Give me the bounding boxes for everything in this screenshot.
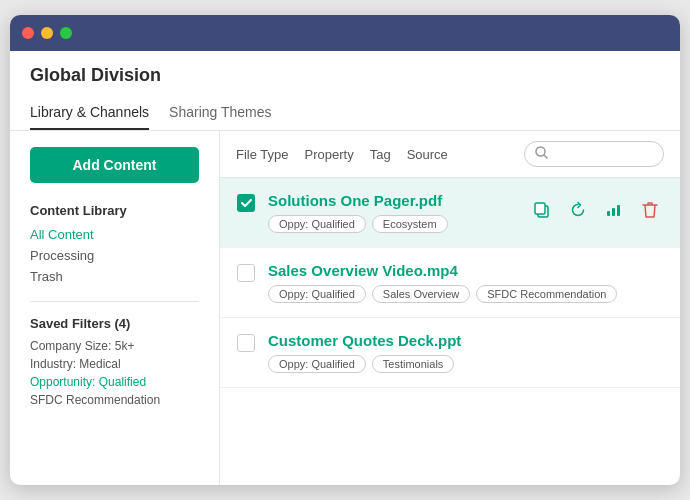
refresh-icon[interactable] [564,196,592,224]
saved-filters-title: Saved Filters (4) [30,316,199,331]
item-info-2: Sales Overview Video.mp4 Oppy: Qualified… [268,262,664,303]
item-title-1[interactable]: Solutions One Pager.pdf [268,192,516,209]
sidebar-divider [30,301,199,302]
sidebar-item-processing[interactable]: Processing [30,245,199,266]
search-input[interactable] [554,147,653,162]
page-title: Global Division [30,65,660,86]
tag-pill[interactable]: Oppy: Qualified [268,355,366,373]
tag-pill[interactable]: Ecosystem [372,215,448,233]
tags-row-1: Oppy: Qualified Ecosystem [268,215,516,233]
search-icon [535,146,548,162]
close-button[interactable] [22,27,34,39]
filter-opportunity[interactable]: Opportunity: Qualified [30,373,199,391]
svg-rect-4 [607,211,610,216]
filter-bar: File Type Property Tag Source [220,131,680,178]
add-content-button[interactable]: Add Content [30,147,199,183]
list-item: Customer Quotes Deck.ppt Oppy: Qualified… [220,318,680,388]
app-body: Global Division Library & Channels Shari… [10,51,680,485]
tab-sharing-themes[interactable]: Sharing Themes [169,96,271,130]
content-library-title: Content Library [30,203,199,218]
minimize-button[interactable] [41,27,53,39]
main-content: File Type Property Tag Source [220,131,680,485]
tag-pill[interactable]: Oppy: Qualified [268,285,366,303]
filter-industry[interactable]: Industry: Medical [30,355,199,373]
tag-pill[interactable]: Oppy: Qualified [268,215,366,233]
content-area: Add Content Content Library All Content … [10,131,680,485]
list-item: Solutions One Pager.pdf Oppy: Qualified … [220,178,680,248]
filter-company-size[interactable]: Company Size: 5k+ [30,337,199,355]
sidebar-item-trash[interactable]: Trash [30,266,199,287]
app-header: Global Division Library & Channels Shari… [10,51,680,131]
list-item: Sales Overview Video.mp4 Oppy: Qualified… [220,248,680,318]
tags-row-3: Oppy: Qualified Testimonials [268,355,664,373]
item-title-2[interactable]: Sales Overview Video.mp4 [268,262,664,279]
item-actions-1 [528,196,664,224]
tags-row-2: Oppy: Qualified Sales Overview SFDC Reco… [268,285,664,303]
tag-pill[interactable]: Testimonials [372,355,455,373]
delete-icon[interactable] [636,196,664,224]
svg-rect-5 [612,208,615,216]
tag-pill[interactable]: Sales Overview [372,285,470,303]
checkbox-item-2[interactable] [236,264,256,282]
svg-rect-3 [535,203,545,214]
copy-icon[interactable] [528,196,556,224]
svg-rect-6 [617,205,620,216]
checkbox-unchecked-icon [237,334,255,352]
search-box [524,141,664,167]
items-list: Solutions One Pager.pdf Oppy: Qualified … [220,178,680,485]
filter-file-type[interactable]: File Type [236,143,289,166]
filter-source[interactable]: Source [407,143,448,166]
checkbox-item-1[interactable] [236,194,256,212]
sidebar-item-all-content[interactable]: All Content [30,224,199,245]
checkbox-checked-icon [237,194,255,212]
svg-line-1 [544,155,547,158]
app-window: Global Division Library & Channels Shari… [10,15,680,485]
filter-property[interactable]: Property [305,143,354,166]
title-bar [10,15,680,51]
filter-tag[interactable]: Tag [370,143,391,166]
sidebar: Add Content Content Library All Content … [10,131,220,485]
tab-bar: Library & Channels Sharing Themes [30,96,660,130]
item-info-1: Solutions One Pager.pdf Oppy: Qualified … [268,192,516,233]
filter-sfdc[interactable]: SFDC Recommendation [30,391,199,409]
item-info-3: Customer Quotes Deck.ppt Oppy: Qualified… [268,332,664,373]
maximize-button[interactable] [60,27,72,39]
item-title-3[interactable]: Customer Quotes Deck.ppt [268,332,664,349]
checkbox-item-3[interactable] [236,334,256,352]
tag-pill[interactable]: SFDC Recommendation [476,285,617,303]
analytics-icon[interactable] [600,196,628,224]
checkbox-unchecked-icon [237,264,255,282]
tab-library-channels[interactable]: Library & Channels [30,96,149,130]
